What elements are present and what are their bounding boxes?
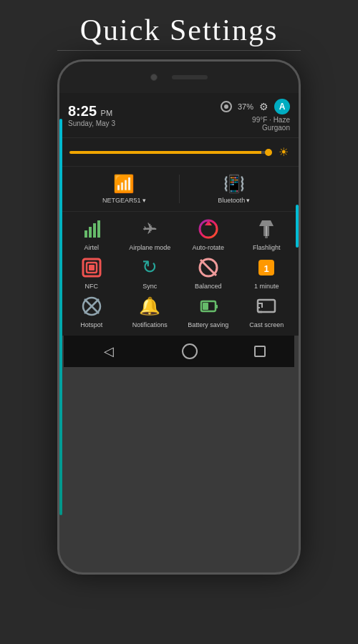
svg-rect-1 [89,227,92,238]
battery-saving-label: Battery saving [188,321,228,329]
brightness-slider-track[interactable] [69,151,271,154]
location-text: Gurgaon [221,124,290,132]
qs-tile-oneminute[interactable]: 1 1 minute [241,255,291,291]
back-button[interactable]: ◁ [92,341,125,362]
qs-tile-hotspot[interactable]: Hotspot [67,293,117,329]
qs-tile-nfc[interactable]: NFC [67,255,117,291]
svg-rect-12 [89,265,95,270]
notifications-icon: 🔔 [137,293,163,319]
svg-rect-3 [97,220,100,238]
time-block: 8:25 PM Sunday, May 3 [68,103,115,127]
time-display: 8:25 PM [68,103,115,119]
battery-percentage: 37% [238,102,253,111]
qs-row-3: Hotspot 🔔 Notifications Battery saving [62,293,296,329]
gear-icon[interactable]: ⚙ [259,101,268,112]
wifi-toggle[interactable]: 📶 NETGEAR51 ▾ [69,174,179,204]
wifi-label-row: NETGEAR51 ▾ [102,197,146,204]
wifi-icon: 📶 [113,174,135,194]
svg-rect-0 [84,230,87,238]
cast-label: Cast screen [249,321,284,329]
svg-marker-6 [259,220,274,226]
network-toggles-row: 📶 NETGEAR51 ▾ 📳 Bluetooth ▾ [59,166,299,211]
svg-rect-2 [93,223,96,238]
battery-saving-icon [195,293,221,319]
qs-tile-autorotate[interactable]: Auto-rotate [183,216,233,252]
hotspot-icon [79,293,105,319]
airplane-label: Airplane mode [129,244,170,252]
balanced-label: Balanced [195,283,222,291]
page-title: Quick Settings [0,13,358,47]
phone-shell: 8:25 PM Sunday, May 3 37% ⚙ A 99°F · Haz… [57,59,301,575]
svg-text:1: 1 [264,263,269,274]
qs-grid: Airtel ✈ Airplane mode [59,211,299,336]
bt-label: Bluetooth [218,197,245,204]
svg-rect-8 [265,236,268,238]
phone-top-bar [59,62,299,93]
nav-bar: ◁ [64,336,294,367]
status-right: 37% ⚙ A 99°F · Haze Gurgaon [221,99,290,132]
status-icons: 37% ⚙ A [221,99,290,114]
sync-icon: ↻ [137,255,163,280]
date-display: Sunday, May 3 [68,119,115,127]
title-underline [57,50,301,51]
qs-row-2: NFC ↻ Sync Balanced [62,255,296,291]
status-bar: 8:25 PM Sunday, May 3 37% ⚙ A 99°F · Haz… [59,93,299,137]
wifi-ssid: NETGEAR51 [102,197,141,204]
wifi-chevron: ▾ [142,197,146,204]
airtel-icon [79,216,105,242]
flashlight-label: Flashlight [253,244,281,252]
nfc-icon [79,255,105,280]
bt-label-row: Bluetooth ▾ [218,197,250,204]
qs-tile-flashlight[interactable]: Flashlight [241,216,291,252]
sync-label: Sync [142,283,157,291]
balanced-icon [195,255,221,280]
home-button[interactable] [182,343,198,359]
nfc-label: NFC [85,283,99,291]
bt-chevron: ▾ [246,197,250,204]
weather-text: 99°F · Haze [221,116,290,124]
flashlight-icon [253,216,279,242]
bluetooth-icon: 📳 [223,174,245,194]
svg-rect-23 [258,300,275,312]
qs-tile-balanced[interactable]: Balanced [183,255,233,291]
qs-row-1: Airtel ✈ Airplane mode [62,216,296,252]
autorotate-label: Auto-rotate [192,244,224,252]
qs-tile-cast[interactable]: Cast screen [241,293,291,329]
qs-tile-battery-saving[interactable]: Battery saving [183,293,233,329]
notifications-label: Notifications [132,321,168,329]
cast-icon [253,293,279,319]
qs-tile-airtel[interactable]: Airtel [67,216,117,252]
bluetooth-toggle[interactable]: 📳 Bluetooth ▾ [180,174,289,204]
autorotate-icon [195,216,221,242]
qs-tile-airplane[interactable]: ✈ Airplane mode [125,216,175,252]
qs-tile-notifications[interactable]: 🔔 Notifications [125,293,175,329]
oneminute-label: 1 minute [254,283,279,291]
phone-speaker [172,75,208,79]
hotspot-label: Hotspot [80,321,102,329]
svg-rect-22 [203,303,208,310]
airtel-label: Airtel [84,244,99,252]
oneminute-icon: 1 [253,255,279,280]
avatar-icon[interactable]: A [274,99,290,114]
brightness-icon: ☀ [279,145,289,159]
recent-button[interactable] [254,346,266,357]
airplane-icon: ✈ [137,216,163,242]
brightness-row: ☀ [59,137,299,166]
svg-rect-21 [216,305,218,308]
battery-circle [221,101,232,112]
brightness-thumb [265,149,272,156]
qs-tile-sync[interactable]: ↻ Sync [125,255,175,291]
phone-camera [150,74,158,81]
